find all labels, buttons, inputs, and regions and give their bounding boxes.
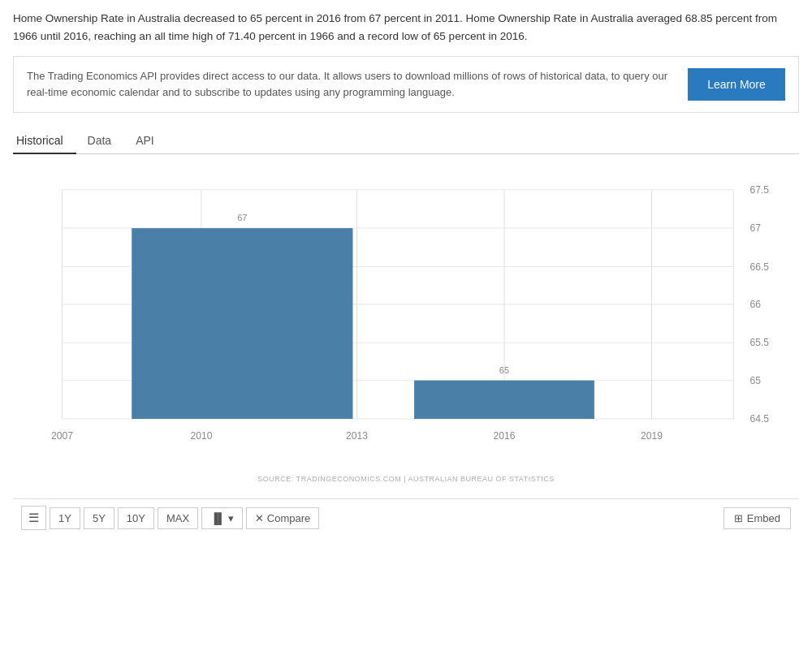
bar-chart: 67.5 67 66.5 66 65.5 65 64.5 2007 2010 2… [13, 162, 799, 471]
svg-text:65: 65 [750, 375, 762, 386]
learn-more-button[interactable]: Learn More [688, 68, 785, 101]
svg-text:2016: 2016 [494, 431, 516, 442]
svg-text:66: 66 [750, 299, 762, 310]
svg-text:2013: 2013 [346, 431, 368, 442]
svg-text:2019: 2019 [641, 431, 663, 442]
1y-button[interactable]: 1Y [50, 507, 80, 529]
compare-button[interactable]: ✕ Compare [246, 507, 319, 529]
svg-text:65: 65 [499, 365, 509, 375]
tab-historical[interactable]: Historical [13, 127, 76, 153]
list-icon: ☰ [28, 511, 39, 524]
tab-data[interactable]: Data [84, 127, 125, 153]
list-icon-button[interactable]: ☰ [21, 506, 46, 530]
toolbar: ☰ 1Y 5Y 10Y MAX ▐▌ ▾ ✕ Compare [13, 498, 799, 537]
bar-2016 [414, 381, 594, 419]
chart-area: 67.5 67 66.5 66 65.5 65 64.5 2007 2010 2… [13, 154, 799, 495]
chart-source: SOURCE: TRADINGECONOMICS.COM | AUSTRALIA… [13, 475, 799, 483]
10y-button[interactable]: 10Y [118, 507, 154, 529]
toolbar-left: ☰ 1Y 5Y 10Y MAX ▐▌ ▾ ✕ Compare [21, 506, 319, 530]
chart-type-button[interactable]: ▐▌ ▾ [201, 507, 243, 529]
svg-text:66.5: 66.5 [750, 261, 770, 273]
svg-text:67: 67 [750, 223, 762, 235]
chart-wrapper: 67.5 67 66.5 66 65.5 65 64.5 2007 2010 2… [13, 162, 799, 495]
embed-button[interactable]: ⊞ Embed [723, 507, 791, 529]
svg-text:2010: 2010 [190, 431, 212, 442]
svg-text:64.5: 64.5 [750, 414, 770, 425]
api-banner-text: The Trading Economics API provides direc… [27, 68, 688, 101]
embed-icon: ⊞ [734, 512, 743, 524]
bar-2011 [132, 229, 352, 420]
api-banner: The Trading Economics API provides direc… [13, 56, 799, 113]
main-container: Home Ownership Rate in Australia decreas… [0, 0, 812, 546]
description-text: Home Ownership Rate in Australia decreas… [13, 10, 799, 45]
5y-button[interactable]: 5Y [84, 507, 114, 529]
svg-text:65.5: 65.5 [750, 338, 770, 349]
bar-chart-icon: ▐▌ [210, 512, 225, 524]
svg-text:2007: 2007 [51, 431, 73, 442]
toolbar-right: ⊞ Embed [723, 507, 791, 529]
tabs-container: Historical Data API [13, 127, 799, 154]
svg-text:67: 67 [237, 213, 247, 222]
compare-icon: ✕ [255, 512, 264, 524]
svg-text:67.5: 67.5 [750, 184, 770, 196]
tab-api[interactable]: API [132, 127, 167, 153]
max-button[interactable]: MAX [158, 507, 198, 529]
dropdown-arrow-icon: ▾ [228, 512, 234, 524]
